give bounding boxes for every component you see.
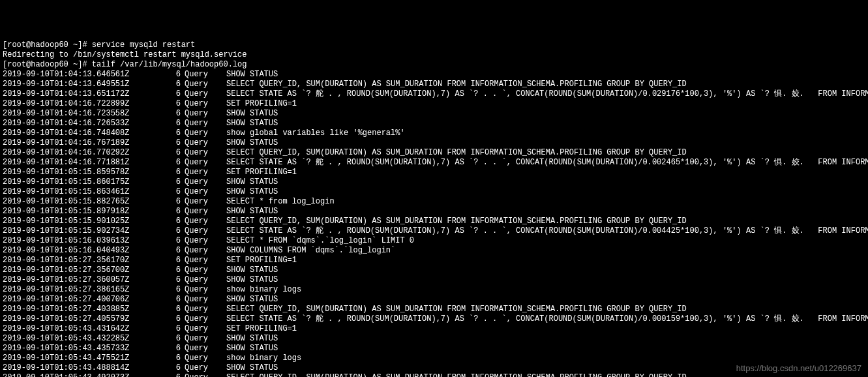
log-timestamp: 2019-09-10T01:05:15.860175Z [3, 177, 169, 187]
log-line: 2019-09-10T01:05:27.356700Z6QuerySHOW ST… [3, 265, 865, 275]
log-type: Query [181, 197, 226, 207]
log-line: 2019-09-10T01:05:15.859578Z6QuerySET PRO… [3, 168, 865, 177]
log-thread-id: 6 [169, 128, 181, 138]
log-line: 2019-09-10T01:05:27.386165Z6Queryshow bi… [3, 285, 865, 295]
log-query: SELECT STATE AS `? 舵 . , ROUND(SUM(DURAT… [226, 158, 868, 167]
shell-prompt-line: [root@hadoop60 ~]# tailf /var/lib/mysql/… [3, 60, 865, 70]
log-line: 2019-09-10T01:04:16.722899Z6QuerySET PRO… [3, 99, 865, 109]
log-type: Query [181, 363, 226, 373]
log-type: Query [181, 99, 226, 109]
log-type: Query [181, 158, 226, 168]
log-timestamp: 2019-09-10T01:04:16.767189Z [3, 138, 169, 148]
log-thread-id: 6 [169, 226, 181, 236]
log-type: Query [181, 168, 226, 177]
log-line: 2019-09-10T01:05:16.039613Z6QuerySELECT … [3, 236, 865, 246]
terminal-output[interactable]: [root@hadoop60 ~]# service mysqld restar… [3, 40, 865, 377]
log-type: Query [181, 177, 226, 187]
log-line: 2019-09-10T01:05:15.901025Z6QuerySELECT … [3, 217, 865, 226]
log-timestamp: 2019-09-10T01:04:16.770292Z [3, 148, 169, 158]
log-query: SHOW STATUS [226, 119, 278, 128]
log-timestamp: 2019-09-10T01:05:15.859578Z [3, 168, 169, 177]
log-query: show binary logs [226, 354, 301, 363]
log-timestamp: 2019-09-10T01:05:27.386165Z [3, 285, 169, 295]
log-query: SHOW STATUS [226, 207, 278, 216]
log-timestamp: 2019-09-10T01:05:16.039613Z [3, 236, 169, 246]
log-line: 2019-09-10T01:05:27.400706Z6QuerySHOW ST… [3, 295, 865, 305]
log-query: SELECT * FROM `dqms`.`log_login` LIMIT 0 [226, 236, 414, 245]
log-line: 2019-09-10T01:04:16.726533Z6QuerySHOW ST… [3, 119, 865, 128]
log-query: SET PROFILING=1 [226, 99, 297, 108]
log-query: SELECT QUERY_ID, SUM(DURATION) AS SUM_DU… [226, 217, 687, 226]
log-type: Query [181, 226, 226, 236]
log-timestamp: 2019-09-10T01:05:27.356170Z [3, 256, 169, 265]
log-query: SHOW STATUS [226, 363, 278, 372]
log-query: SHOW STATUS [226, 344, 278, 353]
log-line: 2019-09-10T01:05:43.492073Z6QuerySELECT … [3, 373, 865, 377]
log-timestamp: 2019-09-10T01:05:27.356700Z [3, 265, 169, 275]
log-thread-id: 6 [169, 324, 181, 334]
log-type: Query [181, 324, 226, 334]
log-thread-id: 6 [169, 354, 181, 363]
log-query: SHOW STATUS [226, 334, 278, 343]
log-line: 2019-09-10T01:05:27.356170Z6QuerySET PRO… [3, 256, 865, 265]
log-thread-id: 6 [169, 295, 181, 305]
log-query: SELECT QUERY_ID, SUM(DURATION) AS SUM_DU… [226, 80, 687, 89]
log-type: Query [181, 354, 226, 363]
log-query: SHOW COLUMNS FROM `dqms`.`log_login` [226, 246, 395, 255]
log-query: SHOW STATUS [226, 295, 278, 304]
log-query: SELECT QUERY_ID, SUM(DURATION) AS SUM_DU… [226, 148, 687, 157]
log-query: SET PROFILING=1 [226, 168, 297, 177]
log-query: SHOW STATUS [226, 70, 278, 79]
log-line: 2019-09-10T01:05:15.860175Z6QuerySHOW ST… [3, 177, 865, 187]
log-line: 2019-09-10T01:04:16.767189Z6QuerySHOW ST… [3, 138, 865, 148]
log-type: Query [181, 109, 226, 119]
log-thread-id: 6 [169, 246, 181, 256]
log-query: SHOW STATUS [226, 177, 278, 187]
log-line: 2019-09-10T01:05:43.435733Z6QuerySHOW ST… [3, 344, 865, 354]
log-type: Query [181, 295, 226, 305]
log-query: show binary logs [226, 285, 301, 294]
log-line: 2019-09-10T01:04:13.649551Z6QuerySELECT … [3, 80, 865, 89]
log-thread-id: 6 [169, 70, 181, 80]
log-type: Query [181, 256, 226, 265]
log-query: SELECT * from log_login [226, 197, 335, 206]
log-thread-id: 6 [169, 217, 181, 226]
log-query: SELECT STATE AS `? 舵 . , ROUND(SUM(DURAT… [226, 89, 868, 98]
log-thread-id: 6 [169, 207, 181, 217]
shell-output-line: Redirecting to /bin/systemctl restart my… [3, 50, 865, 60]
log-type: Query [181, 246, 226, 256]
log-line: 2019-09-10T01:05:43.488814Z6QuerySHOW ST… [3, 363, 865, 373]
log-timestamp: 2019-09-10T01:05:16.040493Z [3, 246, 169, 256]
log-type: Query [181, 373, 226, 377]
log-thread-id: 6 [169, 148, 181, 158]
log-timestamp: 2019-09-10T01:05:15.901025Z [3, 217, 169, 226]
log-type: Query [181, 217, 226, 226]
log-thread-id: 6 [169, 373, 181, 377]
log-timestamp: 2019-09-10T01:05:27.403885Z [3, 305, 169, 314]
log-type: Query [181, 265, 226, 275]
log-line: 2019-09-10T01:05:27.360057Z6QuerySHOW ST… [3, 275, 865, 285]
log-query: SELECT QUERY_ID, SUM(DURATION) AS SUM_DU… [226, 373, 687, 377]
log-timestamp: 2019-09-10T01:05:43.435733Z [3, 344, 169, 354]
log-timestamp: 2019-09-10T01:04:13.649551Z [3, 80, 169, 89]
log-type: Query [181, 236, 226, 246]
log-timestamp: 2019-09-10T01:05:15.863461Z [3, 187, 169, 197]
log-thread-id: 6 [169, 109, 181, 119]
log-query: SHOW STATUS [226, 109, 278, 118]
log-timestamp: 2019-09-10T01:04:16.722899Z [3, 99, 169, 109]
log-query: SHOW STATUS [226, 265, 278, 275]
log-thread-id: 6 [169, 236, 181, 246]
log-type: Query [181, 314, 226, 324]
log-timestamp: 2019-09-10T01:04:13.646561Z [3, 70, 169, 80]
log-line: 2019-09-10T01:05:27.405579Z6QuerySELECT … [3, 314, 865, 324]
log-thread-id: 6 [169, 265, 181, 275]
log-line: 2019-09-10T01:05:15.897918Z6QuerySHOW ST… [3, 207, 865, 217]
log-thread-id: 6 [169, 314, 181, 324]
log-line: 2019-09-10T01:05:15.863461Z6QuerySHOW ST… [3, 187, 865, 197]
log-type: Query [181, 344, 226, 354]
log-timestamp: 2019-09-10T01:05:43.475521Z [3, 354, 169, 363]
log-thread-id: 6 [169, 305, 181, 314]
log-timestamp: 2019-09-10T01:05:15.897918Z [3, 207, 169, 217]
log-type: Query [181, 334, 226, 344]
shell-prompt-line: [root@hadoop60 ~]# service mysqld restar… [3, 40, 865, 50]
